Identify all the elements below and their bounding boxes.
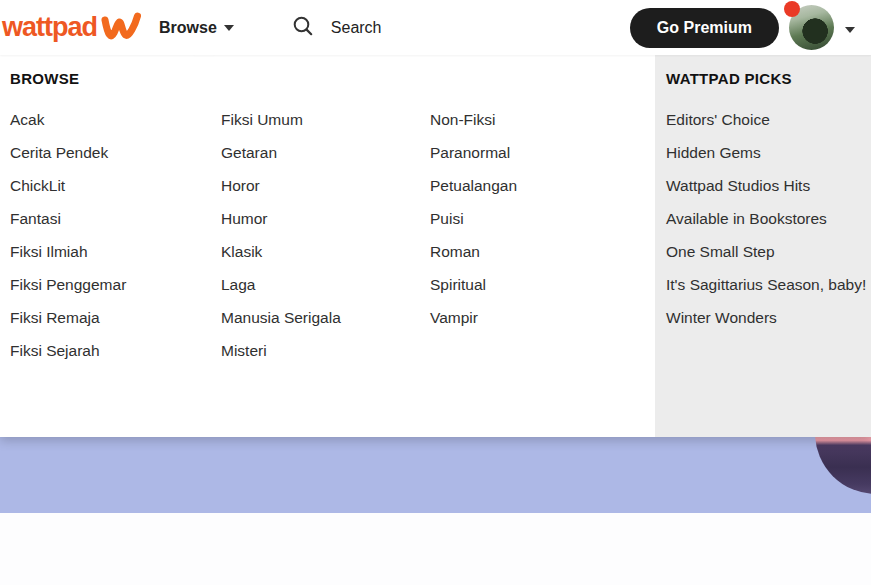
genre-column-2: Fiksi UmumGetaranHororHumorKlasikLagaMan… bbox=[221, 69, 430, 437]
profile-menu-caret[interactable] bbox=[843, 13, 857, 43]
go-premium-button[interactable]: Go Premium bbox=[630, 8, 779, 48]
genre-link[interactable]: Fiksi Sejarah bbox=[10, 341, 221, 361]
genre-link[interactable]: Roman bbox=[430, 242, 655, 262]
column-spacer bbox=[221, 69, 430, 110]
wattpad-picks-heading: WATTPAD PICKS bbox=[666, 69, 871, 89]
pick-link[interactable]: Winter Wonders bbox=[666, 308, 871, 328]
wattpad-logo-text: wattpad bbox=[2, 12, 97, 43]
pick-link[interactable]: Available in Bookstores bbox=[666, 209, 871, 229]
genre-link[interactable]: Fiksi Ilmiah bbox=[10, 242, 221, 262]
genre-link[interactable]: Acak bbox=[10, 110, 221, 130]
picks-list: Editors' ChoiceHidden GemsWattpad Studio… bbox=[666, 110, 871, 328]
genre-list-3: Non-FiksiParanormalPetualanganPuisiRoman… bbox=[430, 110, 655, 328]
genre-link[interactable]: ChickLit bbox=[10, 176, 221, 196]
pick-link[interactable]: It's Sagittarius Season, baby! bbox=[666, 275, 871, 295]
wattpad-w-icon bbox=[101, 12, 141, 44]
genre-link[interactable]: Misteri bbox=[221, 341, 430, 361]
genre-link[interactable]: Fiksi Umum bbox=[221, 110, 430, 130]
genre-link[interactable]: Fiksi Remaja bbox=[10, 308, 221, 328]
search-input[interactable]: Search bbox=[290, 9, 384, 47]
hero-mountain-illustration bbox=[815, 437, 871, 494]
search-icon bbox=[292, 15, 314, 41]
genre-link[interactable]: Puisi bbox=[430, 209, 655, 229]
genre-list-2: Fiksi UmumGetaranHororHumorKlasikLagaMan… bbox=[221, 110, 430, 361]
chevron-down-icon bbox=[224, 25, 234, 31]
genre-link[interactable]: Humor bbox=[221, 209, 430, 229]
genre-link[interactable]: Klasik bbox=[221, 242, 430, 262]
browse-section-heading: BROWSE bbox=[10, 69, 221, 89]
top-navbar: wattpad Browse Search Go Premium bbox=[0, 0, 871, 55]
hero-banner-background bbox=[0, 437, 871, 513]
browse-genres-section: BROWSE AcakCerita PendekChickLitFantasiF… bbox=[0, 55, 655, 437]
genre-link[interactable]: Petualangan bbox=[430, 176, 655, 196]
genre-link[interactable]: Laga bbox=[221, 275, 430, 295]
pick-link[interactable]: Hidden Gems bbox=[666, 143, 871, 163]
browse-menu-button[interactable]: Browse bbox=[155, 11, 238, 45]
genre-link[interactable]: Paranormal bbox=[430, 143, 655, 163]
carousel-controls-bar bbox=[0, 513, 871, 585]
browse-dropdown-panel: BROWSE AcakCerita PendekChickLitFantasiF… bbox=[0, 55, 871, 437]
genre-link[interactable]: Manusia Serigala bbox=[221, 308, 430, 328]
wattpad-picks-section: WATTPAD PICKS Editors' ChoiceHidden Gems… bbox=[655, 55, 871, 437]
wattpad-logo[interactable]: wattpad bbox=[2, 12, 141, 44]
genre-link[interactable]: Cerita Pendek bbox=[10, 143, 221, 163]
genre-column-1: BROWSE AcakCerita PendekChickLitFantasiF… bbox=[10, 69, 221, 437]
genre-link[interactable]: Fantasi bbox=[10, 209, 221, 229]
genre-link[interactable]: Vampir bbox=[430, 308, 655, 328]
genre-list-1: AcakCerita PendekChickLitFantasiFiksi Il… bbox=[10, 110, 221, 361]
genre-link[interactable]: Non-Fiksi bbox=[430, 110, 655, 130]
column-spacer bbox=[430, 69, 655, 110]
genre-link[interactable]: Spiritual bbox=[430, 275, 655, 295]
genre-column-3: Non-FiksiParanormalPetualanganPuisiRoman… bbox=[430, 69, 655, 437]
profile-avatar[interactable] bbox=[789, 5, 834, 50]
browse-menu-label: Browse bbox=[159, 19, 217, 37]
pick-link[interactable]: Editors' Choice bbox=[666, 110, 871, 130]
pick-link[interactable]: One Small Step bbox=[666, 242, 871, 262]
search-placeholder-text: Search bbox=[331, 19, 382, 37]
genre-link[interactable]: Getaran bbox=[221, 143, 430, 163]
notification-badge bbox=[784, 1, 800, 17]
pick-link[interactable]: Wattpad Studios Hits bbox=[666, 176, 871, 196]
genre-link[interactable]: Fiksi Penggemar bbox=[10, 275, 221, 295]
genre-link[interactable]: Horor bbox=[221, 176, 430, 196]
